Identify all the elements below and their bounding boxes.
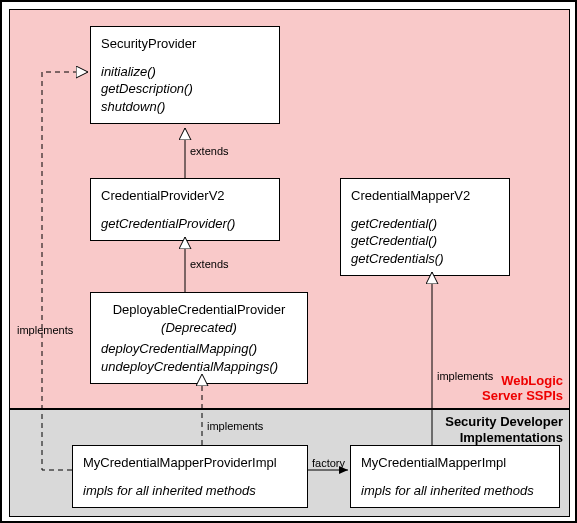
node-security-provider: SecurityProvider initialize() getDescrip…: [90, 26, 280, 124]
edge-label-extends: extends: [190, 258, 229, 270]
method: initialize(): [101, 63, 269, 81]
edge-label-implements: implements: [437, 370, 493, 382]
node-title: MyCredentialMapperProviderImpl: [83, 454, 297, 472]
node-title: CredentialProviderV2: [101, 187, 269, 205]
method: deployCredentialMapping(): [101, 340, 297, 358]
region-label-bottom: Security Developer Implementations: [445, 414, 563, 445]
node-my-credential-mapper-impl: MyCredentialMapperImpl impls for all inh…: [350, 445, 560, 508]
node-sub: impls for all inherited methods: [361, 482, 549, 500]
node-subtitle: (Deprecated): [101, 319, 297, 337]
method: getDescription(): [101, 80, 269, 98]
region-bottom-line1: Security Developer: [445, 414, 563, 429]
node-title: SecurityProvider: [101, 35, 269, 53]
region-top-line1: WebLogic: [501, 373, 563, 388]
region-label-top: WebLogic Server SSPIs: [482, 373, 563, 404]
method: getCredential(): [351, 215, 499, 233]
edge-label-extends: extends: [190, 145, 229, 157]
node-my-credential-mapper-provider-impl: MyCredentialMapperProviderImpl impls for…: [72, 445, 308, 508]
edge-label-implements: implements: [17, 324, 73, 336]
method: getCredentialProvider(): [101, 215, 269, 233]
node-title: MyCredentialMapperImpl: [361, 454, 549, 472]
method: getCredential(): [351, 232, 499, 250]
region-top-line2: Server SSPIs: [482, 388, 563, 403]
method: undeployCredentialMappings(): [101, 358, 297, 376]
edge-label-factory: factory: [312, 457, 345, 469]
method: getCredentials(): [351, 250, 499, 268]
method: shutdown(): [101, 98, 269, 116]
node-title: DeployableCredentialProvider: [101, 301, 297, 319]
region-bottom-line2: Implementations: [460, 430, 563, 445]
node-credential-provider-v2: CredentialProviderV2 getCredentialProvid…: [90, 178, 280, 241]
node-deployable-credential-provider: DeployableCredentialProvider (Deprecated…: [90, 292, 308, 384]
node-title: CredentialMapperV2: [351, 187, 499, 205]
node-credential-mapper-v2: CredentialMapperV2 getCredential() getCr…: [340, 178, 510, 276]
node-sub: impls for all inherited methods: [83, 482, 297, 500]
edge-label-implements: implements: [207, 420, 263, 432]
diagram-canvas: WebLogic Server SSPIs Security Developer…: [0, 0, 577, 523]
